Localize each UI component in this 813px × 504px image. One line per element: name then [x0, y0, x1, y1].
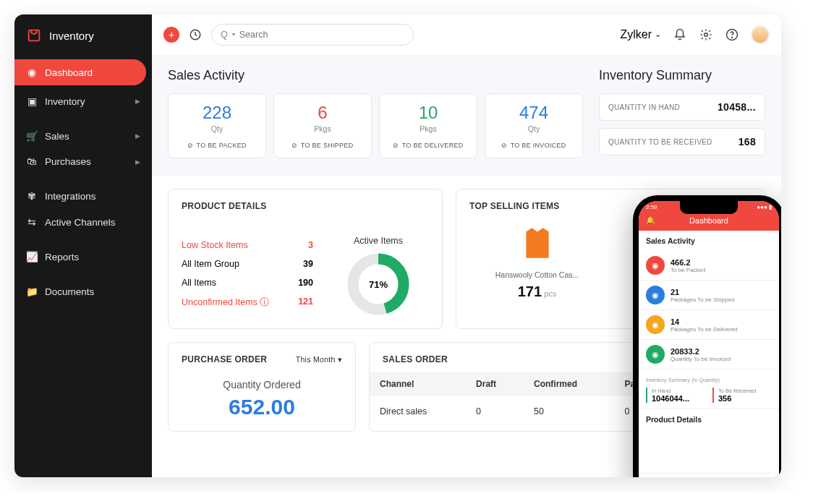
- sales-activity-card[interactable]: 6Pkgs⊘ TO BE SHIPPED: [273, 93, 372, 158]
- sales-activity-title: Sales Activity: [168, 68, 583, 83]
- purchase-order-panel: PURCHASE ORDER This Month ▾ Quantity Ord…: [168, 342, 356, 432]
- phone-pd-title: Product Details: [639, 409, 779, 430]
- top-selling-item[interactable]: Hanswooly Cotton Cas...171pcs: [469, 221, 605, 300]
- history-icon[interactable]: [188, 27, 203, 42]
- product-name: Hanswooly Cotton Cas...: [469, 270, 605, 279]
- donut-chart: 71%: [346, 252, 411, 317]
- phone-inv-col: In Hand1046044...: [646, 388, 705, 403]
- sa-unit: Pkgs: [280, 124, 365, 133]
- phone-tab-bar: ⌂Dashboard🛒Sales Orders📦Packages🛍Items⋯M…: [639, 473, 779, 477]
- phone-activity-card[interactable]: ◉20833.2Quantity To be Invoiced: [639, 340, 779, 370]
- pd-value: 3: [308, 240, 313, 250]
- sa-label: ⊘ TO BE INVOICED: [491, 142, 576, 149]
- product-details-list: Low Stock Items3All Item Group39All Item…: [182, 236, 313, 317]
- caret-right-icon: ▶: [135, 158, 140, 166]
- purchase-order-filter[interactable]: This Month ▾: [296, 355, 342, 364]
- product-details-panel: PRODUCT DETAILS Low Stock Items3All Item…: [168, 189, 443, 329]
- purchase-order-title: PURCHASE ORDER This Month ▾: [182, 354, 342, 364]
- sa-unit: Pkgs: [386, 124, 471, 133]
- sidebar-item-label: Active Channels: [45, 217, 116, 228]
- bell-icon[interactable]: 🔔: [646, 216, 655, 224]
- phone-card-icon: ◉: [646, 315, 665, 334]
- sales-activity-card[interactable]: 10Pkgs⊘ TO BE DELIVERED: [379, 93, 477, 158]
- pd-label: Low Stock Items: [182, 240, 248, 250]
- add-button[interactable]: +: [163, 27, 179, 43]
- chevron-down-icon: ▾: [232, 31, 235, 38]
- phone-title: Dashboard: [689, 216, 728, 225]
- phone-card-value: 21: [671, 288, 734, 296]
- pd-label: All Items: [182, 278, 216, 288]
- phone-card-label: Packages To be Shipped: [671, 296, 734, 303]
- app-logo: Inventory: [14, 14, 152, 56]
- product-detail-row[interactable]: All Items190: [182, 273, 313, 292]
- phone-inv-sub: (In Quantity): [691, 377, 720, 383]
- product-image: [516, 221, 559, 265]
- sidebar-item-label: Documents: [45, 286, 94, 297]
- org-switcher[interactable]: Zylker ⌄: [620, 28, 661, 41]
- phone-activity-card[interactable]: ◉14Packages To be Delivered: [639, 310, 779, 340]
- topbar: + Q ▾ Zylker ⌄: [152, 14, 781, 55]
- active-items-label: Active Items: [328, 236, 429, 246]
- pd-label: Unconfirmed Items ⓘ: [182, 296, 269, 309]
- org-name: Zylker: [620, 28, 652, 41]
- inventory-summary: Inventory Summary QUANTITY IN HAND10458.…: [599, 68, 765, 163]
- inventory-icon: ▣: [26, 95, 38, 107]
- sidebar-item-reports[interactable]: 📈Reports: [14, 244, 152, 270]
- sidebar-item-active-channels[interactable]: ⇆Active Channels: [14, 209, 152, 235]
- check-circle-icon: ⊘: [187, 142, 193, 149]
- help-icon[interactable]: [725, 27, 739, 42]
- sa-value: 6: [280, 103, 365, 123]
- chevron-down-icon: ⌄: [655, 30, 661, 39]
- top-selling-title-text: TOP SELLING ITEMS: [469, 201, 560, 211]
- sidebar-item-label: Dashboard: [45, 67, 93, 78]
- sidebar-item-dashboard[interactable]: ◉Dashboard: [14, 59, 146, 85]
- svg-point-2: [705, 33, 708, 36]
- app-name: Inventory: [49, 30, 94, 42]
- sales-activity-card[interactable]: 228Qty⊘ TO BE PACKED: [168, 93, 266, 158]
- phone-activity-card[interactable]: ◉466.2To be Packed: [639, 251, 779, 281]
- gear-icon[interactable]: [699, 27, 713, 42]
- phone-card-icon: ◉: [646, 256, 665, 275]
- product-detail-row[interactable]: All Item Group39: [182, 255, 313, 273]
- search-box[interactable]: Q ▾: [211, 24, 414, 46]
- phone-card-value: 20833.2: [671, 347, 731, 356]
- avatar[interactable]: [751, 25, 770, 44]
- inv-summary-row: QUANTITY IN HAND10458...: [599, 93, 765, 121]
- inv-label: QUANTITY IN HAND: [608, 103, 680, 111]
- table-header: Confirmed: [524, 372, 615, 396]
- search-icon: Q: [221, 30, 228, 40]
- caret-down-icon: ▾: [338, 355, 342, 364]
- channel-icon: ⇆: [26, 216, 38, 228]
- search-input[interactable]: [239, 30, 404, 40]
- sa-label: ⊘ TO BE PACKED: [174, 142, 260, 149]
- bell-icon[interactable]: [673, 27, 687, 42]
- phone-screen: 2:59 ●●● ▮ 🔔 Dashboard Sales Activity ◉4…: [639, 201, 779, 477]
- purchase-order-title-text: PURCHASE ORDER: [182, 354, 267, 364]
- bag-icon: 🛍: [26, 156, 38, 167]
- phone-time: 2:59: [646, 204, 657, 210]
- sales-activity-card[interactable]: 474Qty⊘ TO BE INVOICED: [485, 93, 583, 158]
- info-icon: ⓘ: [260, 297, 269, 307]
- product-count: 171pcs: [469, 283, 605, 300]
- phone-card-icon: ◉: [646, 345, 665, 364]
- product-detail-row[interactable]: Low Stock Items3: [182, 236, 313, 255]
- phone-body: Sales Activity ◉466.2To be Packed◉21Pack…: [639, 231, 779, 473]
- caret-right-icon: ▶: [135, 98, 140, 105]
- phone-header: 🔔 Dashboard: [639, 212, 779, 231]
- sidebar-item-integrations[interactable]: ✾Integrations: [14, 183, 152, 209]
- table-header: Draft: [466, 372, 524, 396]
- phone-activity-card[interactable]: ◉21Packages To be Shipped: [639, 281, 779, 310]
- phone-card-value: 14: [671, 317, 738, 326]
- sidebar-item-inventory[interactable]: ▣Inventory▶: [14, 88, 152, 114]
- sa-unit: Qty: [491, 124, 576, 133]
- sidebar-item-sales[interactable]: 🛒Sales▶: [14, 123, 152, 149]
- pd-value: 39: [303, 259, 313, 269]
- sa-value: 10: [386, 103, 471, 123]
- check-circle-icon: ⊘: [291, 142, 297, 149]
- sidebar: Inventory ◉Dashboard▣Inventory▶🛒Sales▶🛍P…: [14, 14, 152, 477]
- product-detail-row[interactable]: Unconfirmed Items ⓘ121: [182, 292, 313, 313]
- sidebar-item-purchases[interactable]: 🛍Purchases▶: [14, 149, 152, 174]
- summary-row: Sales Activity 228Qty⊘ TO BE PACKED6Pkgs…: [152, 55, 781, 176]
- sidebar-item-label: Integrations: [45, 191, 96, 202]
- sidebar-item-documents[interactable]: 📁Documents: [14, 278, 152, 304]
